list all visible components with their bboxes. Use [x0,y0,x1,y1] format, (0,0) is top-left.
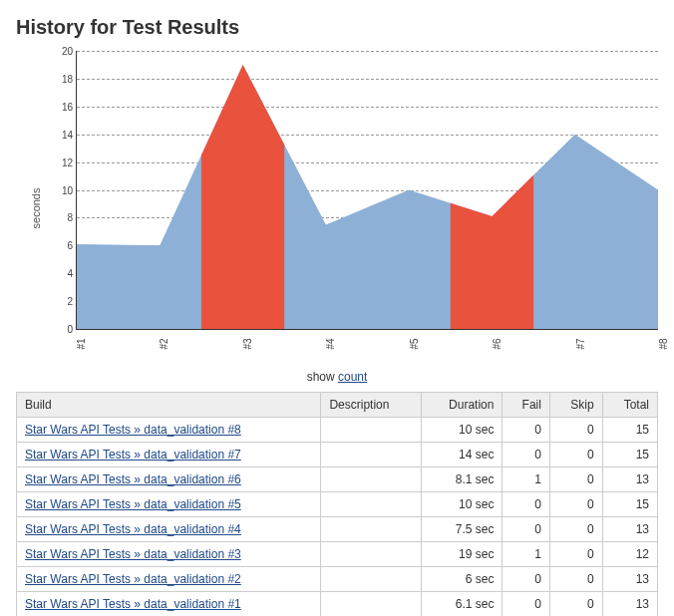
x-tick: #8 [658,338,669,349]
y-axis-label: seconds [30,188,42,229]
toggle-line: show count [16,370,658,384]
cell-fail: 0 [503,567,549,592]
table-row: Star Wars API Tests » data_validation #8… [17,418,658,443]
build-link[interactable]: Star Wars API Tests » data_validation #6 [25,472,241,486]
table-row: Star Wars API Tests » data_validation #7… [17,443,658,467]
toggle-prefix: show [307,370,338,384]
cell-skip: 0 [549,542,602,567]
x-tick: #6 [492,338,503,349]
cell-total: 12 [602,542,657,567]
cell-skip: 0 [549,467,602,492]
x-tick: #5 [409,338,420,349]
build-link[interactable]: Star Wars API Tests » data_validation #3 [25,547,241,561]
y-tick: 18 [51,73,73,84]
table-row: Star Wars API Tests » data_validation #3… [17,542,658,567]
table-row: Star Wars API Tests » data_validation #6… [17,467,658,492]
table-row: Star Wars API Tests » data_validation #1… [17,592,658,617]
area-chart [77,51,658,329]
table-row: Star Wars API Tests » data_validation #2… [17,567,658,592]
history-table: Build Description Duration Fail Skip Tot… [16,392,658,616]
cell-duration: 10 sec [422,492,503,517]
y-tick: 4 [51,268,73,279]
cell-description [321,492,422,517]
cell-duration: 19 sec [422,542,503,567]
y-tick: 6 [51,240,73,251]
build-link[interactable]: Star Wars API Tests » data_validation #2 [25,572,241,586]
x-tick: #2 [159,338,169,349]
cell-description [321,542,422,567]
cell-skip: 0 [549,418,602,443]
cell-total: 13 [602,567,657,592]
cell-total: 13 [602,592,657,617]
y-tick: 10 [51,184,73,195]
cell-duration: 10 sec [422,418,503,443]
cell-duration: 14 sec [422,443,503,467]
cell-total: 13 [602,517,657,542]
toggle-count-link[interactable]: count [338,370,367,384]
cell-duration: 6 sec [422,567,503,592]
col-skip: Skip [549,393,602,418]
x-tick: #1 [76,338,87,349]
area-fail [201,65,284,329]
area-all [77,65,658,329]
cell-description [321,592,422,617]
y-tick: 16 [51,101,73,112]
page-title: History for Test Results [16,16,658,39]
cell-total: 15 [602,492,657,517]
cell-fail: 0 [503,492,549,517]
cell-skip: 0 [549,517,602,542]
x-tick: #7 [575,338,586,349]
cell-skip: 0 [549,567,602,592]
col-description: Description [321,393,422,418]
y-tick: 2 [51,296,73,307]
table-row: Star Wars API Tests » data_validation #5… [17,492,658,517]
cell-total: 15 [602,418,657,443]
area-fail [451,175,533,329]
cell-description [321,443,422,467]
col-fail: Fail [503,393,549,418]
plot-area: 02468101214161820 [76,51,658,330]
x-axis-ticks: #1#2#3#4#5#6#7#8 [76,330,658,348]
col-duration: Duration [422,393,503,418]
x-tick: #3 [242,338,253,349]
cell-skip: 0 [549,443,602,467]
cell-total: 13 [602,467,657,492]
cell-description [321,567,422,592]
build-link[interactable]: Star Wars API Tests » data_validation #1 [25,597,241,611]
y-tick: 20 [51,46,73,57]
cell-fail: 0 [503,517,549,542]
col-build: Build [17,393,321,418]
cell-fail: 0 [503,443,549,467]
cell-duration: 6.1 sec [422,592,503,617]
cell-fail: 0 [503,592,549,617]
build-link[interactable]: Star Wars API Tests » data_validation #8 [25,423,241,437]
cell-fail: 0 [503,418,549,443]
chart-container: seconds 02468101214161820 #1#2#3#4#5#6#7… [16,51,658,366]
y-tick: 14 [51,129,73,140]
cell-description [321,517,422,542]
y-tick: 12 [51,156,73,167]
cell-skip: 0 [549,492,602,517]
cell-fail: 1 [503,542,549,567]
cell-duration: 8.1 sec [422,467,503,492]
table-header-row: Build Description Duration Fail Skip Tot… [17,393,658,418]
col-total: Total [602,393,657,418]
cell-description [321,418,422,443]
cell-description [321,467,422,492]
y-tick: 0 [51,324,73,335]
build-link[interactable]: Star Wars API Tests » data_validation #7 [25,448,241,462]
cell-fail: 1 [503,467,549,492]
table-row: Star Wars API Tests » data_validation #4… [17,517,658,542]
cell-duration: 7.5 sec [422,517,503,542]
build-link[interactable]: Star Wars API Tests » data_validation #4 [25,522,241,536]
cell-skip: 0 [549,592,602,617]
cell-total: 15 [602,443,657,467]
x-tick: #4 [325,338,336,349]
build-link[interactable]: Star Wars API Tests » data_validation #5 [25,497,241,511]
y-tick: 8 [51,212,73,223]
